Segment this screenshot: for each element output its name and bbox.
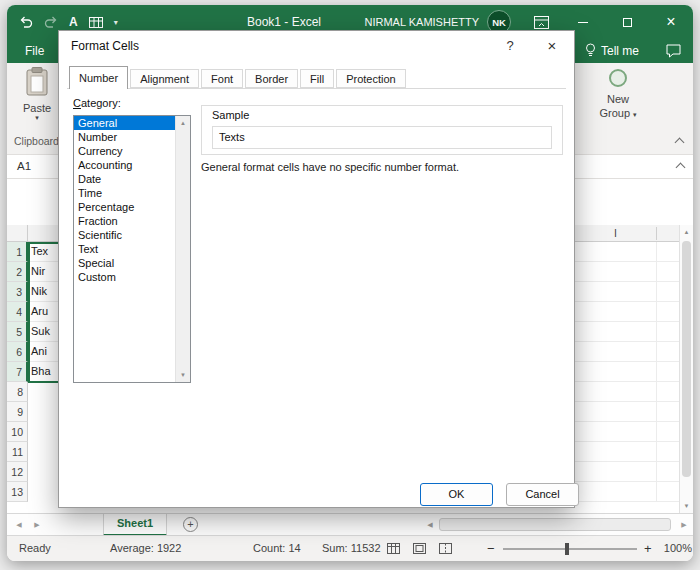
new-group-dropdown-icon: ▾ [633,111,637,118]
row-header-2[interactable]: 2 [7,262,28,282]
grid-row[interactable] [575,262,679,282]
table-icon[interactable] [89,17,103,28]
right-column-headers[interactable]: I [575,225,679,242]
dialog-tab-number[interactable]: Number [69,66,128,89]
row-header-8[interactable]: 8 [7,382,28,402]
clipboard-group-label: Clipboard [7,135,58,151]
close-button[interactable]: × [649,5,693,39]
category-option-scientific[interactable]: Scientific [74,228,175,242]
category-listbox: General Number Currency Accounting Date … [73,115,191,383]
comment-icon[interactable] [666,44,681,62]
font-color-icon[interactable]: A [69,15,78,29]
page-layout-view-icon[interactable] [413,543,427,555]
dialog-tab-border[interactable]: Border [245,69,298,88]
page-break-view-icon[interactable] [439,543,453,555]
scroll-down-icon[interactable]: ▼ [680,499,693,513]
row-header-11[interactable]: 11 [7,442,28,462]
category-option-general[interactable]: General [74,116,175,130]
row-header-3[interactable]: 3 [7,282,28,302]
lightbulb-icon [585,43,596,60]
grid-row[interactable] [575,322,679,342]
hscroll-right-icon[interactable]: ▶ [677,514,691,536]
category-option-fraction[interactable]: Fraction [74,214,175,228]
row-header-10[interactable]: 10 [7,422,28,442]
grid-row[interactable] [575,302,679,322]
category-option-currency[interactable]: Currency [74,144,175,158]
row-header-12[interactable]: 12 [7,462,28,482]
file-tab[interactable]: File [25,39,44,63]
category-option-custom[interactable]: Custom [74,270,175,284]
collapse-ribbon-icon[interactable] [675,138,685,148]
listbox-scrollbar[interactable]: ▲ ▼ [175,116,190,382]
category-option-date[interactable]: Date [74,172,175,186]
scroll-down-icon[interactable]: ▼ [176,368,190,382]
category-option-accounting[interactable]: Accounting [74,158,175,172]
category-option-percentage[interactable]: Percentage [74,200,175,214]
vertical-scrollbar-thumb[interactable] [682,241,691,477]
grid-row[interactable] [575,482,679,502]
grid-row[interactable] [575,402,679,422]
category-option-number[interactable]: Number [74,130,175,144]
zoom-slider-track[interactable] [503,548,637,550]
row-header-4[interactable]: 4 [7,302,28,322]
dialog-close-button[interactable]: × [530,31,574,60]
zoom-slider-thumb[interactable] [565,543,569,555]
customize-qat-icon[interactable]: ▾ [114,18,118,27]
row-header-1[interactable]: 1 [7,242,28,262]
grid-row[interactable] [575,382,679,402]
grid-row[interactable] [575,282,679,302]
grid-row[interactable] [575,242,679,262]
new-group-button[interactable]: New Group ▾ [579,69,657,122]
grid-row[interactable] [575,362,679,382]
new-group-label-line2: Group ▾ [579,106,657,122]
undo-icon[interactable] [19,16,33,28]
dialog-help-button[interactable]: ? [490,31,530,60]
paste-button[interactable]: Paste ▾ [15,67,59,131]
dialog-tab-font[interactable]: Font [201,69,243,88]
cancel-button[interactable]: Cancel [506,483,579,506]
row-header-5[interactable]: 5 [7,322,28,342]
column-a-header[interactable] [28,225,58,242]
row-header-13[interactable]: 13 [7,482,28,502]
status-average: Average: 1922 [110,536,181,561]
new-sheet-button[interactable]: + [183,517,198,532]
grid-row[interactable] [575,442,679,462]
sheet-tab-sheet1[interactable]: Sheet1 [103,514,167,536]
column-i-header[interactable]: I [575,225,656,241]
grid-row[interactable] [575,462,679,482]
grid-row[interactable] [575,342,679,362]
sample-value-box: Texts [212,126,552,149]
dialog-tab-protection[interactable]: Protection [336,69,406,88]
vertical-scrollbar[interactable]: ▲ ▼ [679,225,693,513]
dialog-tab-fill[interactable]: Fill [300,69,334,88]
hscroll-left-icon[interactable]: ◀ [423,514,437,536]
dialog-tab-alignment[interactable]: Alignment [130,69,199,88]
formula-bar-expand-icon[interactable] [676,163,686,173]
horizontal-scrollbar-thumb[interactable] [439,518,671,531]
paste-label: Paste [15,102,59,114]
zoom-in-button[interactable]: + [644,536,652,561]
normal-view-icon[interactable] [387,543,401,555]
tell-me-box[interactable]: Tell me [585,39,639,63]
scroll-up-icon[interactable]: ▲ [176,116,190,130]
redo-icon[interactable] [44,16,58,28]
grid-row[interactable] [575,422,679,442]
sheet-nav-right-icon[interactable]: ▶ [29,514,45,536]
status-bar: Ready Average: 1922 Count: 14 Sum: 11532… [7,535,693,561]
dialog-title: Format Cells [71,39,139,53]
sheet-nav-left-icon[interactable]: ◀ [11,514,27,536]
select-all-corner[interactable] [7,225,28,242]
paste-dropdown-icon[interactable]: ▾ [15,114,59,121]
scroll-up-icon[interactable]: ▲ [680,225,693,239]
zoom-out-button[interactable]: − [487,536,495,561]
tell-me-label: Tell me [601,44,639,58]
row-header-9[interactable]: 9 [7,402,28,422]
row-header-6[interactable]: 6 [7,342,28,362]
category-option-time[interactable]: Time [74,186,175,200]
category-option-text[interactable]: Text [74,242,175,256]
ok-button[interactable]: OK [420,483,493,506]
maximize-button[interactable] [605,5,649,39]
category-option-special[interactable]: Special [74,256,175,270]
zoom-level[interactable]: 100% [660,536,692,561]
row-header-7[interactable]: 7 [7,362,28,382]
